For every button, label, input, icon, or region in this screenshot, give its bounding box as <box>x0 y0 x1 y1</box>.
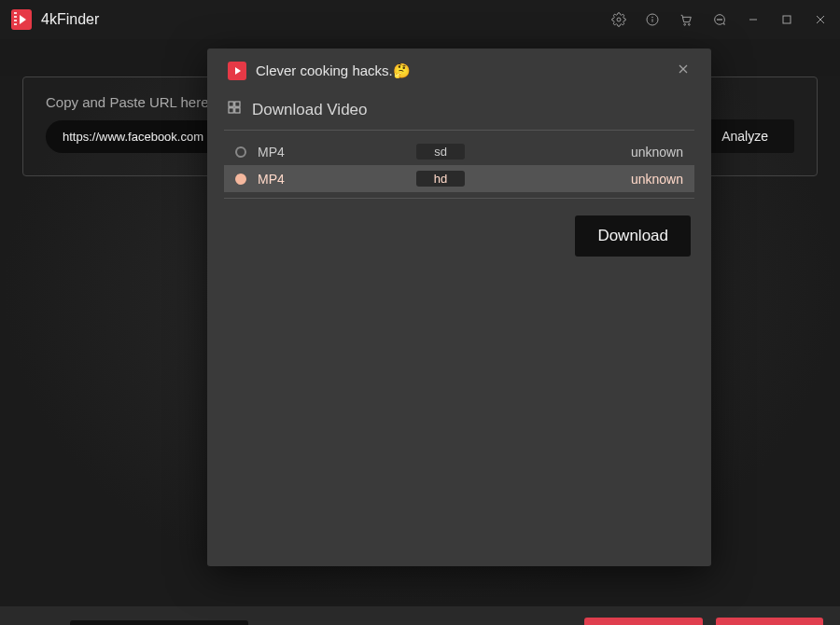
format-name: MP4 <box>258 145 416 160</box>
svg-rect-17 <box>229 108 233 113</box>
resume-all-button[interactable]: Resume All <box>584 618 704 626</box>
app-title: 4kFinder <box>41 11 99 28</box>
cart-icon[interactable] <box>678 11 694 28</box>
output-path-selector[interactable]: C:\Users\ASUS\4kFinder <box>70 620 249 626</box>
titlebar: 4kFinder <box>0 0 840 39</box>
dialog-logo-icon <box>228 62 246 80</box>
format-list: MP4sdunknownMP4hdunknown <box>224 131 694 199</box>
video-grid-icon <box>226 99 243 120</box>
svg-point-5 <box>688 23 690 25</box>
dialog-section-title: Download Video <box>252 101 368 119</box>
svg-point-3 <box>652 17 653 18</box>
info-icon[interactable] <box>644 11 661 28</box>
format-option[interactable]: MP4sdunknown <box>224 138 694 165</box>
feedback-icon[interactable] <box>711 11 728 28</box>
format-name: MP4 <box>258 172 416 187</box>
svg-point-0 <box>617 18 621 21</box>
svg-point-6 <box>717 19 718 20</box>
minimize-icon[interactable] <box>745 11 762 28</box>
svg-rect-10 <box>783 16 791 23</box>
svg-rect-15 <box>229 102 233 106</box>
download-button[interactable]: Download <box>575 215 691 257</box>
maximize-icon[interactable] <box>778 11 795 28</box>
svg-rect-18 <box>235 108 240 113</box>
format-size: unknown <box>631 145 683 160</box>
footer: Output: C:\Users\ASUS\4kFinder 0 Items R… <box>0 606 840 625</box>
format-option[interactable]: MP4hdunknown <box>224 165 694 192</box>
pause-all-button[interactable]: Pause All <box>716 618 823 626</box>
dialog-title: Clever cooking hacks. 🤔 <box>256 62 666 79</box>
dialog-header: Clever cooking hacks. 🤔 <box>224 49 694 95</box>
svg-point-8 <box>721 19 721 20</box>
format-size: unknown <box>631 172 683 187</box>
download-dialog: Clever cooking hacks. 🤔 Download Video M… <box>207 49 711 566</box>
svg-point-7 <box>719 19 720 20</box>
svg-point-4 <box>684 23 686 25</box>
format-quality-badge: sd <box>416 144 465 160</box>
titlebar-controls <box>610 11 829 28</box>
dialog-close-icon[interactable] <box>676 62 691 80</box>
dialog-emoji: 🤔 <box>393 62 411 78</box>
gear-icon[interactable] <box>610 11 627 28</box>
format-quality-badge: hd <box>416 171 465 187</box>
app-logo-icon <box>11 9 32 30</box>
dialog-title-text: Clever cooking hacks. <box>256 62 393 78</box>
radio-icon <box>235 146 246 158</box>
radio-icon <box>235 174 246 185</box>
svg-rect-16 <box>235 102 240 106</box>
close-icon[interactable] <box>812 11 829 28</box>
dialog-section-heading: Download Video <box>224 95 694 131</box>
